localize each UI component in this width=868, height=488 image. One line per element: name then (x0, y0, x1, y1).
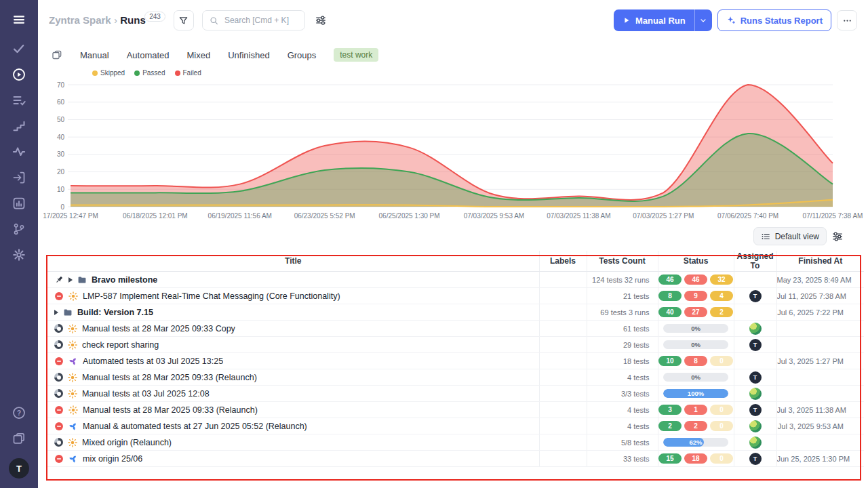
run-title[interactable]: Build: Version 7.15 (77, 308, 153, 317)
table-row[interactable]: Manual tests at 28 Mar 2025 09:33 Copy61… (47, 321, 864, 337)
search-settings-button[interactable] (313, 13, 328, 28)
more-button[interactable] (837, 10, 857, 30)
finished-at-cell: Jul 3, 2025 9:53 AM (776, 418, 864, 434)
table-row[interactable]: Manual & automated tests at 27 Jun 2025 … (47, 418, 864, 434)
assignee-cell: T (734, 369, 776, 386)
user-avatar[interactable]: T (9, 458, 29, 479)
origin-mixed-icon (68, 454, 78, 464)
title-cell: check report sharing (47, 337, 539, 353)
bar-chart-icon[interactable] (12, 197, 26, 210)
help-icon[interactable]: ? (12, 406, 26, 420)
run-in-progress-icon (54, 373, 63, 382)
passed-badge: 3 (658, 405, 682, 415)
run-title[interactable]: Manual tests at 28 Mar 2025 09:33 (Relau… (82, 373, 257, 382)
assignee-avatar[interactable]: T (749, 290, 762, 302)
tab-mixed[interactable]: Mixed (187, 50, 211, 60)
title-cell: Manual & automated tests at 27 Jun 2025 … (47, 418, 539, 434)
progress-bar: 0% (663, 324, 728, 333)
run-title[interactable]: Automated tests at 03 Jul 2025 13:25 (83, 357, 223, 366)
activity-icon[interactable] (12, 145, 26, 159)
col-title[interactable]: Title (47, 251, 539, 272)
steps-icon[interactable] (12, 119, 26, 133)
check-icon[interactable] (12, 42, 26, 56)
git-branch-icon[interactable] (12, 222, 26, 236)
svg-text:07/03/2025 9:53 AM: 07/03/2025 9:53 AM (464, 212, 525, 220)
col-tests-count[interactable]: Tests Count (587, 251, 658, 272)
ellipsis-icon (842, 16, 852, 26)
run-failed-icon (54, 357, 64, 366)
breadcrumb-separator: › (114, 15, 117, 26)
run-title[interactable]: Mixed origin (Relaunch) (82, 438, 172, 447)
run-title[interactable]: LMP-587 Implement Real-Time Chat Messagi… (83, 291, 340, 301)
expand-caret-icon[interactable] (68, 277, 73, 283)
skipped-badge: 0 (710, 356, 733, 366)
svg-text:07/03/2025 11:38 AM: 07/03/2025 11:38 AM (547, 212, 610, 220)
runs-status-report-button[interactable]: Runs Status Report (717, 9, 831, 31)
col-assigned-to[interactable]: Assigned To (734, 251, 776, 272)
assignee-avatar[interactable]: T (749, 371, 762, 384)
skipped-badge: 0 (710, 405, 733, 415)
assignee-avatar[interactable] (749, 420, 762, 432)
table-row[interactable]: Automated tests at 03 Jul 2025 13:2518 t… (47, 353, 864, 369)
assignee-cell (734, 304, 776, 321)
export-icon[interactable] (12, 171, 26, 184)
filter-button[interactable] (174, 10, 194, 30)
progress-label: 62% (663, 438, 728, 447)
play-circle-icon[interactable] (12, 68, 26, 81)
table-row[interactable]: Bravo milestone124 tests 32 runs464632Ma… (47, 272, 864, 288)
labels-cell (539, 369, 587, 386)
col-status[interactable]: Status (658, 251, 734, 272)
assignee-avatar[interactable]: T (749, 453, 762, 465)
gear-icon[interactable] (12, 248, 26, 262)
manual-run-button[interactable]: Manual Run (614, 9, 694, 31)
assignee-avatar[interactable] (749, 323, 762, 335)
table-row[interactable]: Manual tests at 03 Jul 2025 12:083/3 tes… (47, 386, 864, 402)
search-input[interactable] (223, 15, 298, 26)
tests-count-cell: 5/8 tests (587, 434, 658, 451)
tab-manual[interactable]: Manual (80, 50, 109, 60)
runs-view-icon[interactable] (52, 49, 62, 60)
run-title[interactable]: mix origin 25/06 (83, 454, 142, 464)
passed-badge: 10 (658, 356, 682, 366)
run-title[interactable]: Manual tests at 28 Mar 2025 09:33 Copy (82, 324, 235, 333)
list-check-icon[interactable] (12, 94, 26, 107)
filter-tag[interactable]: test work (334, 48, 378, 62)
col-finished-at[interactable]: Finished At (776, 251, 864, 272)
table-row[interactable]: Mixed origin (Relaunch)5/8 tests62% (47, 434, 864, 451)
search-box[interactable] (202, 10, 305, 30)
table-row[interactable]: LMP-587 Implement Real-Time Chat Messagi… (47, 288, 864, 304)
menu-icon[interactable] (12, 13, 26, 26)
default-view-button[interactable]: Default view (753, 227, 827, 245)
col-labels[interactable]: Labels (539, 251, 587, 272)
table-row[interactable]: check report sharing29 tests0%T (47, 337, 864, 353)
assignee-avatar[interactable]: T (749, 339, 762, 351)
expand-caret-icon[interactable] (54, 310, 58, 315)
tab-automated[interactable]: Automated (127, 50, 170, 60)
run-title[interactable]: Manual & automated tests at 27 Jun 2025 … (83, 422, 307, 431)
manual-run-dropdown-button[interactable] (694, 9, 712, 31)
assignee-avatar[interactable]: T (749, 404, 762, 416)
finished-at-cell: May 23, 2025 8:49 AM (776, 272, 864, 288)
breadcrumb-project[interactable]: Zyntra Spark (49, 14, 111, 26)
tab-unfinished[interactable]: Unfinished (228, 50, 269, 60)
table-row[interactable]: mix origin 25/0633 tests15180TJun 25, 20… (47, 451, 864, 467)
run-title[interactable]: Manual tests at 28 Mar 2025 09:33 (Relau… (83, 405, 258, 415)
folders-icon[interactable] (12, 432, 26, 445)
view-settings-button[interactable] (830, 229, 845, 244)
run-title[interactable]: Bravo milestone (92, 275, 157, 285)
table-row[interactable]: Manual tests at 28 Mar 2025 09:33 (Relau… (47, 402, 864, 418)
svg-text:60: 60 (57, 98, 65, 106)
origin-manual-icon (68, 340, 77, 350)
status-cell: 40272 (658, 304, 734, 321)
table-row[interactable]: Build: Version 7.1569 tests 3 runs40272J… (47, 304, 864, 321)
run-title[interactable]: check report sharing (82, 340, 159, 350)
assignee-avatar[interactable] (749, 436, 762, 449)
labels-cell (539, 418, 587, 434)
tab-groups[interactable]: Groups (288, 50, 317, 60)
assignee-avatar[interactable] (749, 388, 762, 400)
table-row[interactable]: Manual tests at 28 Mar 2025 09:33 (Relau… (47, 369, 864, 386)
progress-bar: 62% (663, 438, 728, 447)
run-in-progress-icon (54, 438, 63, 447)
run-title[interactable]: Manual tests at 03 Jul 2025 12:08 (82, 389, 210, 399)
finished-at-cell (776, 321, 864, 337)
